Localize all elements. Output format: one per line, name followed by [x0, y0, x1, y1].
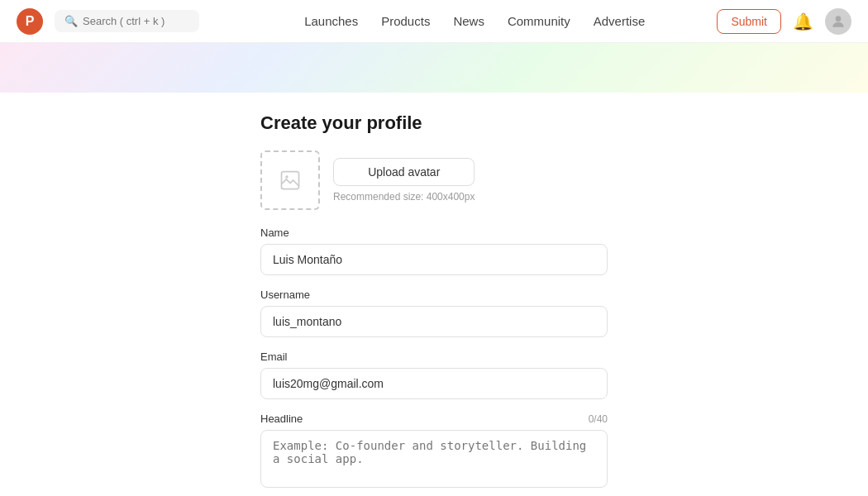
avatar-placeholder — [260, 150, 320, 210]
submit-button[interactable]: Submit — [717, 9, 781, 34]
email-input[interactable] — [260, 368, 608, 399]
nav-community[interactable]: Community — [508, 14, 570, 28]
email-field-group: Email — [260, 351, 608, 399]
avatar-upload-area: Upload avatar Recommended size: 400x400p… — [333, 158, 475, 203]
username-label: Username — [260, 289, 608, 301]
svg-point-2 — [285, 175, 289, 179]
headline-label-row: Headline 0/40 — [260, 413, 608, 425]
svg-point-0 — [836, 16, 842, 21]
search-input[interactable] — [83, 15, 189, 27]
username-input[interactable] — [260, 306, 608, 337]
search-icon: 🔍 — [64, 15, 78, 27]
svg-rect-1 — [282, 172, 299, 189]
nav-launches[interactable]: Launches — [304, 14, 358, 28]
page-title: Create your profile — [260, 112, 608, 134]
headline-field-group: Headline 0/40 — [260, 413, 608, 491]
name-field-group: Name — [260, 227, 608, 275]
notification-bell-icon[interactable]: 🔔 — [793, 12, 813, 31]
nav-links: Launches Products News Community Adverti… — [232, 14, 717, 28]
username-field-group: Username — [260, 289, 608, 337]
headline-counter: 0/40 — [589, 413, 608, 425]
logo-letter: P — [26, 14, 35, 29]
headline-textarea[interactable] — [260, 430, 608, 488]
name-input[interactable] — [260, 244, 608, 275]
email-label: Email — [260, 351, 608, 363]
navbar: P 🔍 Launches Products News Community Adv… — [0, 0, 868, 43]
upload-hint: Recommended size: 400x400px — [333, 191, 475, 203]
nav-right: Submit 🔔 — [717, 8, 851, 35]
nav-products[interactable]: Products — [381, 14, 430, 28]
nav-news[interactable]: News — [453, 14, 484, 28]
upload-avatar-button[interactable]: Upload avatar — [333, 158, 475, 186]
user-avatar[interactable] — [825, 8, 851, 35]
profile-form: Create your profile Upload avatar Recomm… — [260, 112, 608, 496]
nav-advertise[interactable]: Advertise — [594, 14, 646, 28]
hero-banner — [0, 43, 868, 93]
avatar-section: Upload avatar Recommended size: 400x400p… — [260, 150, 608, 210]
name-label: Name — [260, 227, 608, 239]
main-content: Create your profile Upload avatar Recomm… — [0, 93, 868, 496]
search-box[interactable]: 🔍 — [55, 10, 199, 32]
logo[interactable]: P — [17, 8, 43, 35]
